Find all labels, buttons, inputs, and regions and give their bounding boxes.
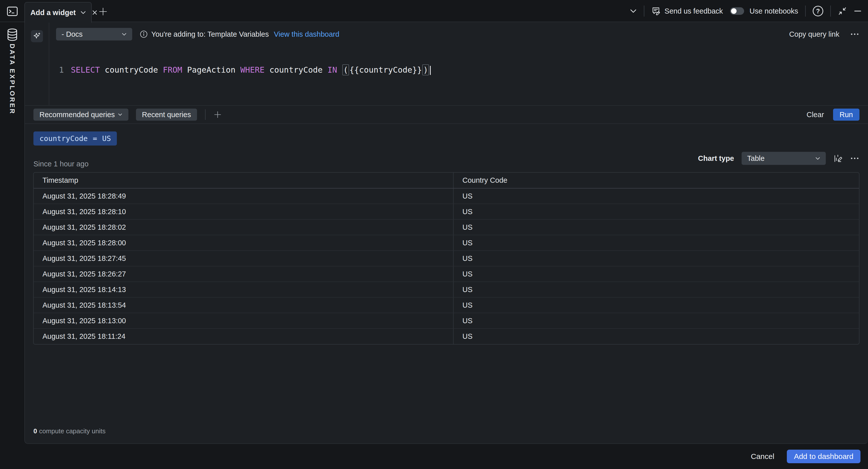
- cell-country-code: US: [453, 266, 859, 282]
- collapse-window-icon[interactable]: [838, 6, 847, 15]
- cell-country-code: US: [453, 188, 859, 204]
- code-token: SELECT: [71, 65, 100, 75]
- clear-button[interactable]: Clear: [806, 111, 824, 119]
- query-panel: - Docs You're adding to: Template Variab…: [24, 22, 868, 444]
- query-editor-section: - Docs You're adding to: Template Variab…: [25, 22, 868, 105]
- data-source-value: - Docs: [62, 30, 83, 38]
- cell-timestamp: August 31, 2025 18:27:45: [34, 251, 453, 266]
- copy-query-link-button[interactable]: Copy query link: [789, 30, 839, 38]
- query-console-icon[interactable]: [5, 4, 19, 18]
- capacity-label: compute capacity units: [39, 427, 105, 435]
- cell-country-code: US: [453, 219, 859, 235]
- database-icon[interactable]: [6, 28, 19, 41]
- cell-timestamp: August 31, 2025 18:13:54: [34, 297, 453, 313]
- cell-country-code: US: [453, 297, 859, 313]
- editor-gutter: [25, 22, 49, 105]
- divider: [205, 110, 206, 120]
- code-line[interactable]: 1 SELECT countryCode FROM PageAction WHE…: [50, 64, 868, 75]
- cell-timestamp: August 31, 2025 18:26:27: [34, 266, 453, 282]
- query-text: SELECT countryCode FROM PageAction WHERE…: [71, 64, 431, 75]
- notebooks-toggle[interactable]: [730, 7, 744, 15]
- recent-queries-button[interactable]: Recent queries: [136, 108, 197, 121]
- cell-country-code: US: [453, 282, 859, 297]
- chevron-down-icon: [815, 157, 820, 160]
- table-row: August 31, 2025 18:13:54US: [34, 297, 859, 313]
- chart-controls: Chart type Table: [698, 152, 859, 165]
- editor-actions: Copy query link: [789, 30, 868, 38]
- notebooks-label: Use notebooks: [750, 7, 798, 15]
- view-dashboard-link[interactable]: View this dashboard: [274, 30, 340, 38]
- add-to-dashboard-button[interactable]: Add to dashboard: [787, 450, 861, 463]
- table-row: August 31, 2025 18:28:49US: [34, 188, 859, 204]
- table-row: August 31, 2025 18:28:02US: [34, 219, 859, 235]
- toggle-knob: [731, 8, 737, 14]
- feedback-label: Send us feedback: [664, 7, 723, 15]
- chip-value: US: [102, 134, 111, 143]
- line-number: 1: [50, 64, 64, 75]
- code-token: (: [342, 64, 349, 75]
- window-chevron-down-icon[interactable]: [630, 9, 637, 13]
- divider: [805, 5, 806, 17]
- capacity-value: 0: [33, 427, 37, 435]
- data-source-select[interactable]: - Docs: [56, 28, 132, 40]
- info-icon: [140, 30, 148, 38]
- cell-country-code: US: [453, 329, 859, 344]
- minimize-icon[interactable]: [854, 10, 862, 12]
- tab-add-a-widget[interactable]: Add a widget: [24, 2, 92, 23]
- code-token: ): [422, 64, 429, 75]
- editor-header: - Docs You're adding to: Template Variab…: [50, 22, 868, 46]
- feedback-icon: [651, 6, 661, 16]
- cell-timestamp: August 31, 2025 18:13:00: [34, 313, 453, 329]
- use-notebooks-control: Use notebooks: [730, 7, 798, 15]
- text-cursor: [430, 66, 431, 75]
- recommended-queries-button[interactable]: Recommended queries: [33, 108, 128, 121]
- table-row: August 31, 2025 18:13:00US: [34, 313, 859, 329]
- cell-country-code: US: [453, 235, 859, 251]
- code-token: WHERE: [240, 65, 265, 75]
- time-range-label: Since 1 hour ago: [33, 160, 89, 168]
- add-query-icon[interactable]: [214, 111, 222, 119]
- filter-chip-row: countryCode = US: [25, 124, 868, 152]
- cancel-button[interactable]: Cancel: [751, 452, 774, 461]
- cell-timestamp: August 31, 2025 18:11:24: [34, 329, 453, 344]
- code-token: [337, 65, 342, 75]
- topbar-controls: Send us feedback Use notebooks ?: [630, 0, 862, 22]
- divider: [644, 5, 644, 17]
- sidebar-label: DATA EXPLORER: [8, 44, 16, 115]
- footer-bar: Cancel Add to dashboard: [24, 444, 868, 469]
- code-token: IN: [328, 65, 337, 75]
- chip-operator: =: [93, 134, 97, 143]
- adding-notice: You're adding to: Template Variables Vie…: [140, 30, 339, 38]
- divider: [830, 5, 831, 17]
- editor-more-icon[interactable]: [850, 33, 859, 35]
- chart-type-value: Table: [747, 154, 765, 163]
- table-row: August 31, 2025 18:26:27US: [34, 266, 859, 282]
- cell-country-code: US: [453, 204, 859, 219]
- results-table: Timestamp Country Code August 31, 2025 1…: [33, 172, 860, 345]
- results-more-icon[interactable]: [850, 157, 859, 160]
- top-bar: Add a widget Send us feedback Use notebo…: [0, 0, 868, 22]
- chevron-down-icon: [122, 33, 127, 36]
- code-token: PageAction: [182, 65, 240, 75]
- chip-field: countryCode: [39, 134, 88, 143]
- chart-type-select[interactable]: Table: [742, 152, 826, 165]
- ai-assistant-icon[interactable]: [31, 30, 43, 42]
- table-row: August 31, 2025 18:28:10US: [34, 204, 859, 219]
- cell-timestamp: August 31, 2025 18:28:49: [34, 188, 453, 204]
- send-feedback-button[interactable]: Send us feedback: [651, 6, 723, 16]
- help-icon[interactable]: ?: [813, 6, 823, 16]
- cell-timestamp: August 31, 2025 18:28:10: [34, 204, 453, 219]
- column-header-timestamp[interactable]: Timestamp: [34, 173, 453, 188]
- country-code-filter-chip[interactable]: countryCode = US: [33, 131, 117, 146]
- cell-timestamp: August 31, 2025 18:14:13: [34, 282, 453, 297]
- notice-text: You're adding to: Template Variables: [151, 30, 269, 38]
- tab-close-icon[interactable]: [92, 9, 98, 15]
- column-header-country-code[interactable]: Country Code: [453, 173, 859, 188]
- run-button[interactable]: Run: [833, 108, 860, 121]
- table-row: August 31, 2025 18:11:24US: [34, 329, 859, 344]
- code-token: FROM: [163, 65, 182, 75]
- new-tab-button[interactable]: [98, 7, 107, 16]
- cell-timestamp: August 31, 2025 18:28:02: [34, 219, 453, 235]
- edit-chart-icon[interactable]: [833, 154, 843, 163]
- chevron-down-icon[interactable]: [80, 10, 86, 14]
